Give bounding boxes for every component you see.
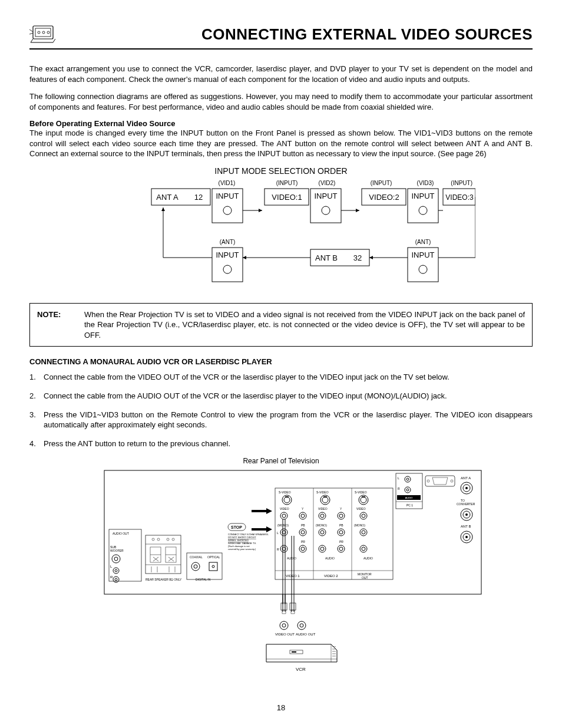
svg-point-92 <box>299 512 306 519</box>
svg-point-109 <box>362 531 365 534</box>
svg-rect-89 <box>362 496 365 498</box>
pc-ai: AUDIO <box>405 496 413 499</box>
step-num-2: 2. <box>29 391 44 401</box>
svg-point-85 <box>322 497 328 503</box>
before-section: Before Operating External Video Source T… <box>29 119 533 159</box>
svg-point-65 <box>167 538 169 541</box>
svg-point-75 <box>212 565 214 568</box>
svg-point-108 <box>360 529 367 536</box>
svg-point-96 <box>338 512 345 519</box>
svg-rect-86 <box>323 496 327 498</box>
lbl-y2: Y <box>340 507 342 510</box>
lbl-sv2: S-VIDEO <box>316 490 329 494</box>
lbl-video1col: VIDEO 1 <box>286 574 300 578</box>
svg-point-95 <box>320 514 324 518</box>
svg-rect-83 <box>285 496 289 498</box>
svg-point-90 <box>280 512 287 519</box>
svg-point-91 <box>282 514 286 518</box>
arrow-video-icon <box>252 508 272 514</box>
lbl-m3: (MONO) <box>354 523 365 527</box>
d-input2: INPUT <box>315 192 338 200</box>
page-header: CONNECTING EXTERNAL VIDEO SOURCES <box>29 24 533 50</box>
svg-point-102 <box>299 529 306 536</box>
svg-rect-52 <box>146 535 181 574</box>
d-input1: INPUT <box>216 192 239 200</box>
svg-point-72 <box>191 562 200 571</box>
svg-point-112 <box>299 545 306 552</box>
svg-point-98 <box>360 512 367 519</box>
lbl-v1: VIDEO <box>280 507 289 510</box>
d-video1: VIDEO:1 <box>272 193 302 202</box>
svg-point-88 <box>361 497 366 503</box>
steps-list: 1.Connect the cable from the VIDEO OUT o… <box>29 372 533 449</box>
rear-panel-title: Rear Panel of Television <box>29 457 533 465</box>
intro-paragraph-1: The exact arrangement you use to connect… <box>29 64 533 84</box>
d-antb: ANT B <box>315 253 338 262</box>
lbl-vcr: VCR <box>296 667 306 672</box>
lbl-stop: STOP <box>231 525 242 529</box>
svg-point-97 <box>339 514 343 518</box>
lbl-vid3: (VID3) <box>417 180 434 186</box>
svg-rect-74 <box>209 562 217 571</box>
lbl-anta2: ANT A <box>461 476 471 480</box>
svg-point-148 <box>297 621 306 630</box>
step-1: Connect the cable from the VIDEO OUT of … <box>44 372 449 383</box>
svg-rect-144 <box>281 603 287 610</box>
step-4: Press the ANT button to return to the pr… <box>44 439 230 449</box>
svg-point-73 <box>194 565 197 568</box>
before-heading: Before Operating External Video Source <box>29 119 176 128</box>
lbl-pr1: PR <box>301 540 305 543</box>
svg-point-146 <box>280 621 288 630</box>
svg-point-3 <box>42 31 45 34</box>
lbl-pr2: PR <box>339 540 343 543</box>
svg-point-113 <box>301 547 305 551</box>
lbl-l: L <box>110 565 113 568</box>
lbl-pb2: PB <box>339 523 343 527</box>
step-num-4: 4. <box>29 439 44 449</box>
before-body: The input mode is changed every time the… <box>29 128 533 159</box>
svg-point-2 <box>38 31 40 34</box>
svg-point-117 <box>339 547 343 551</box>
svg-point-94 <box>319 512 326 519</box>
svg-point-149 <box>300 624 303 627</box>
d-anta: ANT A <box>156 193 178 202</box>
svg-point-50 <box>113 577 119 582</box>
svg-point-135 <box>465 513 468 516</box>
page-number: 18 <box>29 703 533 712</box>
lbl-au2: AUDIO <box>325 556 335 560</box>
svg-point-106 <box>338 529 345 536</box>
svg-point-93 <box>301 514 305 518</box>
svg-point-49 <box>115 569 117 572</box>
lbl-sv3: S-VIDEO <box>355 490 367 494</box>
lbl-audio-out: AUDIO OUT <box>113 532 129 535</box>
svg-rect-153 <box>292 651 296 653</box>
svg-point-63 <box>152 538 154 541</box>
svg-rect-0 <box>33 26 53 39</box>
lbl-stop-6: covered by your warranty.) <box>228 548 256 551</box>
svg-point-147 <box>282 624 286 627</box>
lbl-y1: Y <box>302 507 304 510</box>
d-antb-ch: 32 <box>353 253 362 262</box>
svg-point-122 <box>406 478 409 480</box>
pc-r: R <box>398 487 400 490</box>
svg-point-82 <box>284 497 290 503</box>
step-num-1: 1. <box>29 372 44 383</box>
lbl-vid1: (VID1) <box>219 180 236 186</box>
svg-point-100 <box>280 529 287 536</box>
lbl-lrow: L <box>277 531 279 535</box>
tv-icon <box>29 24 55 45</box>
svg-point-115 <box>320 547 324 551</box>
lbl-rear-speaker: REAR SPEAKER 8Ω ONLY <box>146 578 182 581</box>
svg-point-123 <box>405 487 411 493</box>
intro-paragraph-2: The following connection diagrams are of… <box>29 91 533 112</box>
lbl-monout2: OUT <box>362 576 368 579</box>
svg-point-114 <box>319 545 326 552</box>
lbl-ant1: (ANT) <box>220 239 236 245</box>
lbl-m1: (MONO) <box>277 523 289 527</box>
svg-point-66 <box>172 538 174 541</box>
lbl-video2col: VIDEO 2 <box>324 574 338 578</box>
d-input5: INPUT <box>412 251 435 259</box>
lbl-pc1: PC 1 <box>406 503 413 507</box>
svg-point-128 <box>427 480 429 482</box>
lbl-au3: AUDIO <box>363 556 373 560</box>
